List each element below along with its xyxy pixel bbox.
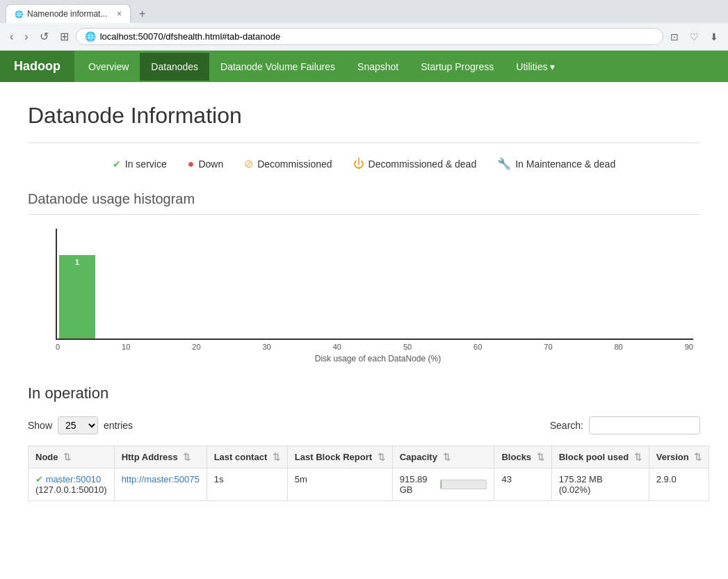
cell-version: 2.9.0	[649, 468, 709, 501]
decommissioned-label: Decommissioned	[257, 158, 332, 170]
tab-bar: 🌐 Namenode informat... × +	[0, 0, 728, 23]
down-icon: ●	[188, 158, 195, 170]
col-block-pool-used[interactable]: Block pool used ⇅	[551, 446, 649, 468]
apps-button[interactable]: ⊞	[56, 27, 73, 46]
cast-button[interactable]: ⊡	[666, 28, 683, 45]
nav-startup-progress[interactable]: Startup Progress	[410, 53, 505, 81]
cell-blocks: 43	[494, 468, 551, 501]
nav-overview[interactable]: Overview	[77, 53, 140, 81]
table-header-row: Node ⇅ Http Address ⇅ Last contact ⇅ Las…	[29, 446, 709, 468]
decommissioned-icon: ⊘	[244, 157, 253, 170]
x-label-50: 50	[403, 343, 412, 351]
col-blocks[interactable]: Blocks ⇅	[494, 446, 551, 468]
col-last-contact[interactable]: Last contact ⇅	[207, 446, 287, 468]
capacity-bar	[440, 480, 487, 489]
cell-block-pool-used: 175.32 MB(0.02%)	[551, 468, 649, 501]
col-capacity[interactable]: Capacity ⇅	[392, 446, 494, 468]
down-label: Down	[198, 158, 223, 170]
http-address-link[interactable]: http://master:50075	[122, 474, 200, 484]
tab-close-button[interactable]: ×	[117, 9, 122, 19]
legend: ✔ In service ● Down ⊘ Decommissioned ⏻ D…	[28, 157, 700, 170]
show-entries: Show 10 25 50 100 entries	[28, 416, 133, 434]
node-status-icon: ✔	[35, 474, 43, 484]
x-label-0: 0	[56, 343, 60, 351]
col-node[interactable]: Node ⇅	[29, 446, 115, 468]
back-button[interactable]: ‹	[6, 28, 17, 46]
show-label: Show	[28, 420, 52, 431]
x-label-60: 60	[474, 343, 482, 351]
node-link[interactable]: master:50010	[46, 474, 102, 484]
histogram-title: Datanode usage histogram	[28, 191, 700, 207]
x-label-30: 30	[262, 343, 270, 351]
chart-bar-0: 1	[59, 255, 95, 339]
hadoop-brand: Hadoop	[0, 51, 74, 82]
legend-in-service: ✔ In service	[113, 158, 167, 170]
legend-decommissioned: ⊘ Decommissioned	[244, 157, 332, 170]
bookmark-button[interactable]: ♡	[686, 28, 703, 45]
forward-button[interactable]: ›	[20, 28, 32, 46]
node-ip: (127.0.0.1:50010)	[35, 484, 107, 495]
capacity-bar-fill	[441, 480, 442, 489]
address-bar[interactable]: 🌐	[76, 28, 663, 45]
capacity-value: 915.89 GB	[400, 474, 436, 495]
histogram-container: 1 0 10 20 30 40 50 60 70 80 90 Disk usag…	[28, 214, 700, 364]
x-label-70: 70	[544, 343, 552, 351]
x-label-10: 10	[122, 343, 130, 351]
cell-capacity: 915.89 GB	[392, 468, 494, 501]
x-label-90: 90	[685, 343, 693, 351]
hadoop-nav: Hadoop Overview Datanodes Datanode Volum…	[0, 51, 728, 82]
toolbar-actions: ⊡ ♡ ⬇	[666, 28, 722, 45]
sort-icon-blocks: ⇅	[537, 452, 544, 462]
refresh-button[interactable]: ↺	[35, 27, 53, 46]
browser-chrome: 🌐 Namenode informat... × + ‹ › ↺ ⊞ 🌐 ⊡ ♡…	[0, 0, 728, 51]
table-row: ✔ master:50010 (127.0.0.1:50010) http://…	[29, 468, 709, 501]
download-button[interactable]: ⬇	[706, 28, 722, 45]
x-label-40: 40	[333, 343, 341, 351]
in-service-label: In service	[125, 158, 167, 170]
nav-utilities[interactable]: Utilities ▾	[505, 53, 566, 81]
x-label-80: 80	[615, 343, 623, 351]
x-axis: 0 10 20 30 40 50 60 70 80 90	[56, 343, 693, 351]
nav-volume-failures[interactable]: Datanode Volume Failures	[209, 53, 346, 81]
data-table: Node ⇅ Http Address ⇅ Last contact ⇅ Las…	[28, 446, 709, 501]
lock-icon: 🌐	[85, 31, 96, 42]
tab-title: Namenode informat...	[27, 9, 107, 19]
decommissioned-dead-icon: ⏻	[353, 158, 364, 170]
cell-last-contact: 1s	[207, 468, 287, 501]
operation-title: In operation	[28, 384, 700, 402]
tab-icon: 🌐	[15, 10, 23, 18]
col-version[interactable]: Version ⇅	[649, 446, 709, 468]
sort-icon-node: ⇅	[63, 452, 71, 462]
col-last-block-report[interactable]: Last Block Report ⇅	[287, 446, 392, 468]
sort-icon-pool: ⇅	[634, 452, 642, 462]
browser-toolbar: ‹ › ↺ ⊞ 🌐 ⊡ ♡ ⬇	[0, 23, 728, 50]
url-input[interactable]	[100, 31, 654, 42]
search-input[interactable]	[589, 416, 700, 434]
legend-down: ● Down	[188, 158, 223, 170]
operation-section: In operation Show 10 25 50 100 entries S…	[28, 384, 700, 501]
entries-label: entries	[104, 420, 133, 431]
new-tab-button[interactable]: +	[134, 5, 151, 23]
bar-label-0: 1	[75, 258, 79, 266]
page-title: Datanode Information	[28, 103, 700, 129]
legend-maintenance-dead: 🔧 In Maintenance & dead	[497, 157, 615, 170]
search-label: Search:	[550, 420, 583, 431]
histogram-section: Datanode usage histogram 1 0 10 20 30 40…	[28, 191, 700, 364]
x-axis-label: Disk usage of each DataNode (%)	[56, 354, 700, 364]
cell-last-block-report: 5m	[287, 468, 392, 501]
browser-tab-active[interactable]: 🌐 Namenode informat... ×	[6, 4, 131, 23]
dropdown-arrow-icon: ▾	[550, 61, 555, 72]
sort-icon-http: ⇅	[183, 452, 191, 462]
nav-datanodes[interactable]: Datanodes	[140, 53, 209, 81]
sort-icon-capacity: ⇅	[443, 452, 451, 462]
sort-icon-version: ⇅	[694, 452, 702, 462]
x-label-20: 20	[192, 343, 200, 351]
search-box: Search:	[550, 416, 700, 434]
entries-select[interactable]: 10 25 50 100	[58, 416, 98, 434]
col-http-address[interactable]: Http Address ⇅	[114, 446, 207, 468]
nav-snapshot[interactable]: Snapshot	[346, 53, 410, 81]
sort-icon-contact: ⇅	[273, 452, 280, 462]
table-controls: Show 10 25 50 100 entries Search:	[28, 416, 700, 434]
maintenance-dead-label: In Maintenance & dead	[515, 158, 615, 170]
decommissioned-dead-label: Decommissioned & dead	[369, 158, 477, 170]
